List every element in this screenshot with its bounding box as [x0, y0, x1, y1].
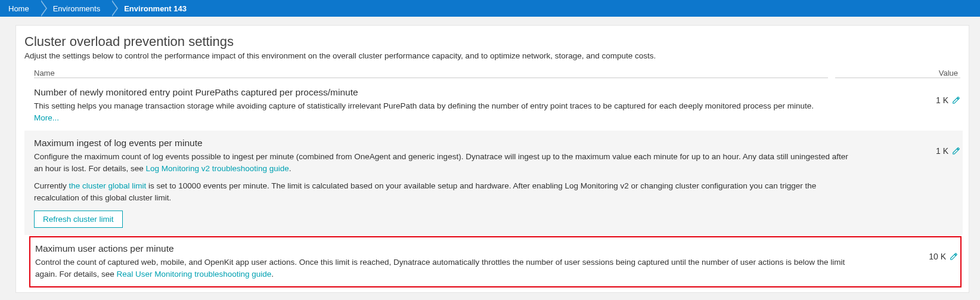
page-subtitle: Adjust the settings below to control the…	[24, 51, 963, 60]
breadcrumb: Home Environments Environment 143	[0, 0, 980, 17]
breadcrumb-home[interactable]: Home	[0, 0, 40, 17]
edit-icon[interactable]	[952, 147, 960, 155]
desc-post: .	[271, 270, 274, 279]
edit-icon[interactable]	[950, 252, 958, 261]
setting-desc: This setting helps you manage transactio…	[34, 100, 827, 123]
refresh-cluster-limit-button[interactable]: Refresh cluster limit	[34, 211, 123, 228]
breadcrumb-label: Environment 143	[124, 4, 187, 13]
cluster-global-limit-link[interactable]: the cluster global limit	[69, 181, 147, 190]
page-title: Cluster overload prevention settings	[24, 34, 963, 50]
settings-panel: Cluster overload prevention settings Adj…	[15, 25, 969, 293]
setting-row-purepaths: Number of newly monitored entry point Pu…	[24, 80, 963, 131]
more-link[interactable]: More...	[34, 113, 59, 122]
desc-text: This setting helps you manage transactio…	[34, 101, 814, 110]
desc-para2: Currently the cluster global limit is se…	[34, 180, 854, 203]
setting-desc: Configure the maximum count of log event…	[34, 151, 854, 228]
table-header: Name Value	[24, 69, 963, 80]
setting-main: Number of newly monitored entry point Pu…	[34, 87, 838, 123]
setting-desc: Control the count of captured web, mobil…	[35, 256, 850, 280]
breadcrumb-environments[interactable]: Environments	[40, 0, 111, 17]
setting-row-log-ingest: Maximum ingest of log events per minute …	[24, 131, 963, 235]
breadcrumb-label: Environments	[53, 4, 100, 13]
highlight-box: Maximum user actions per minute Control …	[29, 236, 962, 287]
value-text: 1 K	[936, 146, 948, 156]
breadcrumb-label: Home	[8, 4, 29, 13]
value-text: 10 K	[929, 252, 946, 261]
breadcrumb-environment-143[interactable]: Environment 143	[111, 0, 197, 17]
log-guide-link[interactable]: Log Monitoring v2 troubleshooting guide	[146, 164, 289, 173]
setting-title: Maximum user actions per minute	[35, 243, 850, 254]
setting-main: Maximum user actions per minute Control …	[35, 243, 861, 280]
rum-guide-link[interactable]: Real User Monitoring troubleshooting gui…	[117, 270, 272, 279]
para2-post: is set to 10000 events per minute. The l…	[34, 181, 816, 202]
desc-post: .	[289, 164, 291, 173]
para2-pre: Currently	[34, 181, 69, 190]
setting-value: 1 K	[838, 87, 960, 105]
column-value: Value	[835, 69, 960, 78]
setting-title: Number of newly monitored entry point Pu…	[34, 87, 827, 98]
edit-icon[interactable]	[952, 96, 960, 104]
value-text: 1 K	[936, 95, 948, 105]
setting-value: 10 K	[861, 243, 958, 261]
setting-value: 1 K	[865, 138, 960, 156]
setting-row-user-actions: Maximum user actions per minute Control …	[30, 237, 960, 286]
setting-title: Maximum ingest of log events per minute	[34, 138, 854, 149]
setting-main: Maximum ingest of log events per minute …	[34, 138, 865, 228]
column-name: Name	[34, 69, 828, 78]
